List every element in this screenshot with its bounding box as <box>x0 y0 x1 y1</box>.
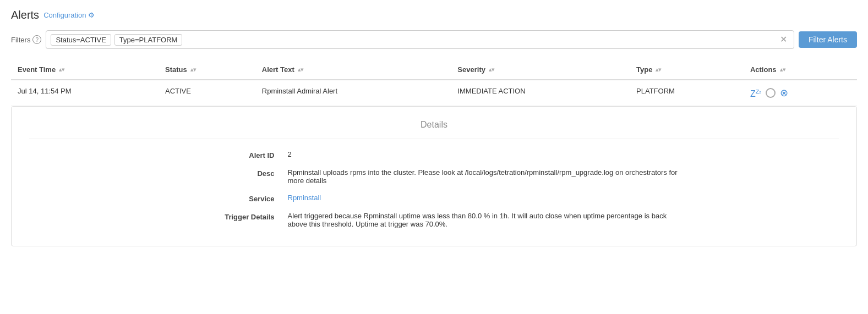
detail-label-trigger-details: Trigger Details <box>187 212 275 228</box>
table-header-row: Event Time ▴▾ Status ▴▾ Alert Text ▴▾ Se… <box>11 60 857 80</box>
filters-text: Filters <box>11 36 30 44</box>
detail-value-trigger-details: Alert triggered because Rpminstall uptim… <box>288 212 682 228</box>
filters-bar: Filters ? Status = ACTIVE Type = PLATFOR… <box>11 30 857 49</box>
col-event-time[interactable]: Event Time ▴▾ <box>11 60 159 80</box>
details-row: Details Alert ID 2 Desc Rpminstall uploa… <box>11 106 857 265</box>
col-actions[interactable]: Actions ▴▾ <box>744 60 857 80</box>
filters-label: Filters ? <box>11 35 41 44</box>
table-row: Jul 14, 11:54 PM ACTIVE Rpminstall Admir… <box>11 80 857 106</box>
filter-type-key: Type <box>119 36 135 44</box>
filters-input-area[interactable]: Status = ACTIVE Type = PLATFORM ✕ <box>46 30 794 49</box>
col-status[interactable]: Status ▴▾ <box>159 60 255 80</box>
details-panel: Details Alert ID 2 Desc Rpminstall uploa… <box>11 106 857 246</box>
table-header: Event Time ▴▾ Status ▴▾ Alert Text ▴▾ Se… <box>11 60 857 80</box>
sort-status-icon: ▴▾ <box>190 67 196 73</box>
cell-severity: IMMEDIATE ACTION <box>451 80 630 106</box>
col-status-label: Status <box>165 65 187 74</box>
table-body: Jul 14, 11:54 PM ACTIVE Rpminstall Admir… <box>11 80 857 264</box>
cell-actions: Zzz ⊗ <box>744 80 857 106</box>
detail-value-service: Rpminstall <box>288 194 682 203</box>
col-type[interactable]: Type ▴▾ <box>630 60 744 80</box>
filter-chip-status[interactable]: Status = ACTIVE <box>51 34 111 46</box>
clear-filters-button[interactable]: ✕ <box>778 35 789 44</box>
sort-alert-text-icon: ▴▾ <box>298 67 303 73</box>
col-alert-text-label: Alert Text <box>262 65 294 74</box>
configuration-link-text: Configuration <box>43 11 86 19</box>
col-type-label: Type <box>636 65 652 74</box>
col-severity-label: Severity <box>457 65 485 74</box>
detail-value-desc: Rpminstall uploads rpms into the cluster… <box>288 168 682 185</box>
cell-status: ACTIVE <box>159 80 255 106</box>
service-link[interactable]: Rpminstall <box>288 194 321 202</box>
configuration-link[interactable]: Configuration ⚙ <box>43 11 95 19</box>
sort-actions-icon: ▴▾ <box>780 67 785 73</box>
cell-event-time: Jul 14, 11:54 PM <box>11 80 159 106</box>
details-title: Details <box>29 120 839 139</box>
filter-status-key: Status <box>56 36 76 44</box>
detail-label-service: Service <box>187 194 275 203</box>
alerts-table: Event Time ▴▾ Status ▴▾ Alert Text ▴▾ Se… <box>11 60 857 264</box>
filter-status-eq: = <box>76 36 80 44</box>
filter-chip-type[interactable]: Type = PLATFORM <box>114 34 183 46</box>
filter-status-val: ACTIVE <box>80 36 106 44</box>
details-cell: Details Alert ID 2 Desc Rpminstall uploa… <box>11 106 857 265</box>
detail-label-alert-id: Alert ID <box>187 150 275 159</box>
filter-alerts-button[interactable]: Filter Alerts <box>799 31 857 48</box>
circle-icon[interactable] <box>766 88 776 98</box>
detail-label-desc: Desc <box>187 168 275 185</box>
filter-type-eq: = <box>135 36 139 44</box>
page-title: Alerts <box>11 9 39 21</box>
details-grid: Alert ID 2 Desc Rpminstall uploads rpms … <box>187 150 682 228</box>
col-severity[interactable]: Severity ▴▾ <box>451 60 630 80</box>
close-circle-icon[interactable]: ⊗ <box>780 87 788 99</box>
col-actions-label: Actions <box>750 65 777 74</box>
snooze-icon[interactable]: Zzz <box>750 87 761 99</box>
detail-value-alert-id: 2 <box>288 150 682 159</box>
filter-type-val: PLATFORM <box>139 36 178 44</box>
sort-type-icon: ▴▾ <box>656 67 661 73</box>
col-event-time-label: Event Time <box>18 65 56 74</box>
actions-cell: Zzz ⊗ <box>750 87 850 99</box>
cell-alert-text: Rpminstall Admiral Alert <box>255 80 451 106</box>
cell-type: PLATFORM <box>630 80 744 106</box>
col-alert-text[interactable]: Alert Text ▴▾ <box>255 60 451 80</box>
gear-icon: ⚙ <box>88 11 95 19</box>
sort-severity-icon: ▴▾ <box>489 67 494 73</box>
page-header: Alerts Configuration ⚙ <box>11 9 857 21</box>
filters-help-icon[interactable]: ? <box>32 35 41 44</box>
sort-event-time-icon: ▴▾ <box>59 67 64 73</box>
